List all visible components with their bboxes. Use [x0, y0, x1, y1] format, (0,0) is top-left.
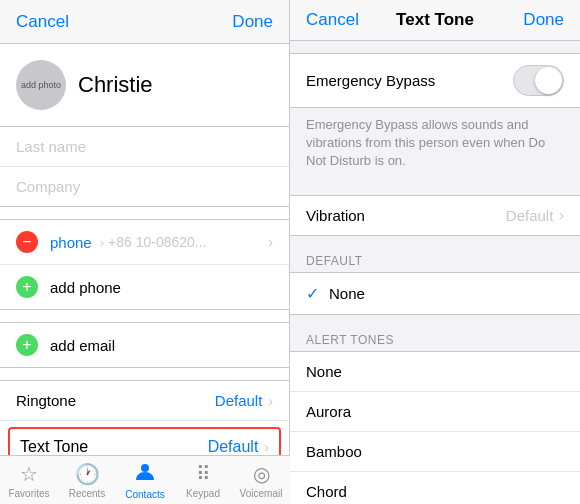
- tone-aurora-row[interactable]: Aurora: [290, 392, 580, 432]
- favorites-icon: ☆: [20, 462, 38, 486]
- text-tone-value: Default: [208, 438, 259, 456]
- add-email-row[interactable]: + add email: [0, 323, 289, 367]
- ringtone-value: Default: [215, 392, 263, 409]
- left-cancel-button[interactable]: Cancel: [16, 12, 69, 32]
- default-section-header: DEFAULT: [290, 248, 580, 272]
- chevron-phone-icon: ›: [100, 235, 104, 250]
- text-tone-label: Text Tone: [20, 438, 208, 456]
- vibration-chevron-icon: ›: [559, 207, 564, 223]
- keypad-icon: ⠿: [196, 462, 211, 486]
- left-panel: Cancel Done add photo Christie Last name…: [0, 0, 290, 504]
- add-phone-button[interactable]: +: [16, 276, 38, 298]
- add-phone-row[interactable]: + add phone: [0, 265, 289, 309]
- tab-bar: ☆ Favorites 🕐 Recents Contacts ⠿ Keypad …: [0, 455, 290, 504]
- vibration-group: Vibration Default ›: [290, 195, 580, 236]
- voicemail-icon: ◎: [253, 462, 270, 486]
- left-done-button[interactable]: Done: [232, 12, 273, 32]
- tone-chord-label: Chord: [306, 483, 347, 500]
- ringtone-label: Ringtone: [16, 392, 215, 409]
- default-none-label: None: [329, 285, 365, 302]
- tone-bamboo-label: Bamboo: [306, 443, 362, 460]
- tone-aurora-label: Aurora: [306, 403, 351, 420]
- alert-tones-list: None Aurora Bamboo Chord Circles Complet…: [290, 351, 580, 504]
- phone-row[interactable]: − phone › +86 10-08620... ›: [0, 220, 289, 265]
- emergency-bypass-row: Emergency Bypass: [290, 54, 580, 107]
- add-phone-label: add phone: [50, 279, 121, 296]
- emergency-bypass-description: Emergency Bypass allows sounds and vibra…: [290, 108, 580, 183]
- ringtone-chevron-icon: ›: [268, 393, 273, 409]
- remove-phone-button[interactable]: −: [16, 231, 38, 253]
- phone-chevron-icon: ›: [268, 234, 273, 250]
- tone-bamboo-row[interactable]: Bamboo: [290, 432, 580, 472]
- emergency-bypass-toggle[interactable]: [513, 65, 564, 96]
- ringtone-row[interactable]: Ringtone Default ›: [0, 381, 289, 421]
- default-section: DEFAULT ✓ None: [290, 248, 580, 315]
- vibration-label: Vibration: [306, 207, 506, 224]
- email-section: + add email: [0, 322, 289, 368]
- tab-voicemail[interactable]: ◎ Voicemail: [232, 456, 290, 504]
- alert-tones-header: ALERT TONES: [290, 327, 580, 351]
- tone-chord-row[interactable]: Chord: [290, 472, 580, 504]
- toggle-knob: [535, 67, 562, 94]
- tab-favorites-label: Favorites: [8, 488, 49, 499]
- recents-icon: 🕐: [75, 462, 100, 486]
- tab-recents-label: Recents: [69, 488, 106, 499]
- emergency-bypass-group: Emergency Bypass: [290, 53, 580, 108]
- contact-header: add photo Christie: [0, 44, 289, 126]
- right-nav-title: Text Tone: [396, 10, 474, 30]
- contacts-icon: [134, 460, 156, 487]
- tab-favorites[interactable]: ☆ Favorites: [0, 456, 58, 504]
- tab-keypad[interactable]: ⠿ Keypad: [174, 456, 232, 504]
- tab-contacts[interactable]: Contacts: [116, 456, 174, 504]
- right-panel: Cancel Text Tone Done Emergency Bypass E…: [290, 0, 580, 504]
- name-fields: Last name Company: [0, 126, 289, 207]
- company-field[interactable]: Company: [0, 167, 289, 206]
- check-icon: ✓: [306, 284, 319, 303]
- vibration-row[interactable]: Vibration Default ›: [290, 196, 580, 235]
- tone-none-row[interactable]: None: [290, 352, 580, 392]
- emergency-bypass-label: Emergency Bypass: [306, 72, 513, 89]
- tab-voicemail-label: Voicemail: [240, 488, 283, 499]
- svg-point-0: [141, 464, 149, 472]
- add-email-label: add email: [50, 337, 115, 354]
- text-tone-chevron-icon: ›: [264, 439, 269, 455]
- default-list: ✓ None: [290, 272, 580, 315]
- phone-section: − phone › +86 10-08620... › + add phone: [0, 219, 289, 310]
- add-email-button[interactable]: +: [16, 334, 38, 356]
- default-none-row[interactable]: ✓ None: [290, 273, 580, 314]
- contact-name: Christie: [78, 72, 153, 98]
- right-nav-bar: Cancel Text Tone Done: [290, 0, 580, 41]
- vibration-value: Default: [506, 207, 554, 224]
- tab-contacts-label: Contacts: [125, 489, 164, 500]
- add-photo-button[interactable]: add photo: [16, 60, 66, 110]
- left-nav-bar: Cancel Done: [0, 0, 289, 44]
- right-cancel-button[interactable]: Cancel: [306, 10, 359, 30]
- tone-none-label: None: [306, 363, 342, 380]
- tab-keypad-label: Keypad: [186, 488, 220, 499]
- right-done-button[interactable]: Done: [523, 10, 564, 30]
- tab-recents[interactable]: 🕐 Recents: [58, 456, 116, 504]
- alert-tones-section: ALERT TONES None Aurora Bamboo Chord Cir…: [290, 327, 580, 504]
- last-name-field[interactable]: Last name: [0, 127, 289, 167]
